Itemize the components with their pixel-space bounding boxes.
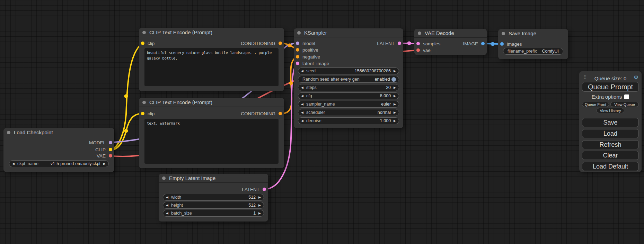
input-slot-clip[interactable]: clip — [141, 110, 155, 117]
negative-prompt-textarea[interactable]: text, watermark — [144, 119, 279, 164]
output-slot-conditioning[interactable]: CONDITIONING — [241, 110, 282, 117]
link-dot[interactable] — [491, 42, 495, 46]
node-header[interactable]: CLIP Text Encode (Prompt) — [139, 28, 284, 37]
collapse-dot-icon[interactable] — [502, 32, 505, 35]
node-save-image[interactable]: Save Image images filename_prefix ComfyU… — [498, 29, 568, 59]
node-header[interactable]: KSampler — [294, 28, 403, 37]
arrow-left-icon[interactable]: ◀ — [301, 103, 303, 106]
node-header[interactable]: Save Image — [498, 29, 568, 38]
slot-dot-vae[interactable] — [109, 154, 112, 157]
collapse-dot-icon[interactable] — [297, 31, 301, 35]
node-clip-text-encode-negative[interactable]: CLIP Text Encode (Prompt) clip CONDITION… — [139, 98, 284, 168]
slot-dot-conditioning[interactable] — [279, 112, 282, 115]
node-header[interactable]: CLIP Text Encode (Prompt) — [139, 98, 284, 107]
output-slot-conditioning[interactable]: CONDITIONING — [241, 40, 282, 46]
output-slot-latent[interactable]: LATENT — [242, 186, 266, 192]
link-dot[interactable] — [124, 94, 128, 98]
view-queue-button[interactable]: View Queue — [610, 102, 639, 107]
node-vae-decode[interactable]: VAE Decode samples vae IMAGE — [414, 29, 487, 55]
ckpt-name-widget[interactable]: ◀ ckpt_name v1-5-pruned-emaonly.ckpt ▶ — [9, 160, 109, 167]
input-slot-clip[interactable]: clip — [141, 40, 155, 46]
arrow-left-icon[interactable]: ◀ — [301, 70, 303, 73]
clear-button[interactable]: Clear — [582, 151, 639, 160]
collapse-dot-icon[interactable] — [418, 31, 421, 35]
view-history-button[interactable]: View History — [597, 108, 624, 113]
extra-options-checkbox[interactable] — [624, 94, 629, 99]
scheduler-widget[interactable]: ◀ scheduler normal ▶ — [298, 109, 399, 116]
refresh-button[interactable]: Refresh — [582, 140, 639, 149]
height-widget[interactable]: ◀ height 512 ▶ — [163, 202, 264, 209]
random-seed-toggle-widget[interactable]: Random seed after every gen enabled — [298, 76, 399, 83]
slot-dot-clip[interactable] — [109, 148, 112, 151]
slot-dot-vae[interactable] — [416, 48, 420, 52]
node-load-checkpoint[interactable]: Load Checkpoint MODEL CLIP VAE ◀ ckpt_na… — [3, 128, 114, 172]
node-clip-text-encode-positive[interactable]: CLIP Text Encode (Prompt) clip CONDITION… — [139, 28, 284, 91]
arrow-right-icon[interactable]: ▶ — [258, 204, 261, 207]
output-slot-clip[interactable]: CLIP — [95, 146, 112, 153]
arrow-right-icon[interactable]: ▶ — [394, 94, 396, 98]
arrow-right-icon[interactable]: ▶ — [103, 162, 106, 165]
arrow-left-icon[interactable]: ◀ — [301, 86, 303, 89]
slot-dot-latent[interactable] — [398, 42, 401, 45]
seed-widget[interactable]: ◀ seed 156680208700286 ▶ — [298, 67, 399, 74]
queue-panel[interactable]: ⠿ Queue size: 0 ⚙ Queue Prompt Extra opt… — [579, 71, 642, 172]
input-slot-positive[interactable]: positive — [296, 47, 318, 53]
arrow-right-icon[interactable]: ▶ — [258, 212, 261, 215]
load-button[interactable]: Load — [582, 129, 639, 138]
node-ksampler[interactable]: KSampler model positive negative latent_… — [294, 28, 403, 128]
arrow-right-icon[interactable]: ▶ — [394, 119, 396, 123]
node-header[interactable]: VAE Decode — [414, 29, 487, 38]
arrow-left-icon[interactable]: ◀ — [301, 111, 303, 114]
batch-size-widget[interactable]: ◀ batch_size 1 ▶ — [163, 210, 264, 217]
steps-widget[interactable]: ◀ steps 20 ▶ — [298, 84, 399, 91]
arrow-left-icon[interactable]: ◀ — [301, 119, 303, 123]
output-slot-vae[interactable]: VAE — [97, 153, 112, 159]
arrow-right-icon[interactable]: ▶ — [394, 86, 396, 89]
slot-dot-model[interactable] — [296, 42, 299, 45]
collapse-dot-icon[interactable] — [142, 101, 146, 104]
slot-dot-clip[interactable] — [141, 42, 144, 45]
width-widget[interactable]: ◀ width 512 ▶ — [163, 194, 264, 201]
output-slot-model[interactable]: MODEL — [89, 139, 112, 146]
arrow-left-icon[interactable]: ◀ — [166, 196, 168, 199]
slot-dot-conditioning[interactable] — [296, 48, 299, 52]
slot-dot-latent[interactable] — [416, 42, 420, 45]
slot-dot-conditioning[interactable] — [279, 42, 282, 45]
arrow-left-icon[interactable]: ◀ — [12, 162, 15, 165]
arrow-right-icon[interactable]: ▶ — [394, 111, 396, 114]
arrow-left-icon[interactable]: ◀ — [166, 204, 168, 207]
slot-dot-model[interactable] — [109, 141, 112, 144]
cfg-widget[interactable]: ◀ cfg 8.000 ▶ — [298, 92, 399, 99]
gear-icon[interactable]: ⚙ — [634, 74, 638, 81]
node-header[interactable]: Empty Latent Image — [159, 174, 268, 183]
input-slot-vae[interactable]: vae — [416, 47, 431, 53]
input-slot-images[interactable]: images — [500, 41, 522, 47]
toggle-enabled-icon[interactable] — [391, 77, 396, 82]
load-default-button[interactable]: Load Default — [582, 162, 639, 171]
output-slot-image[interactable]: IMAGE — [463, 40, 485, 47]
link-dot[interactable] — [407, 42, 411, 45]
slot-dot-image[interactable] — [500, 42, 504, 46]
input-slot-negative[interactable]: negative — [296, 54, 320, 60]
collapse-dot-icon[interactable] — [142, 31, 146, 34]
arrow-right-icon[interactable]: ▶ — [258, 196, 261, 199]
node-empty-latent-image[interactable]: Empty Latent Image LATENT ◀ width 512 ▶ … — [159, 174, 268, 222]
filename-prefix-widget[interactable]: filename_prefix ComfyUI — [503, 48, 563, 55]
collapse-dot-icon[interactable] — [7, 131, 10, 134]
collapse-dot-icon[interactable] — [162, 177, 166, 180]
slot-dot-latent[interactable] — [263, 188, 266, 191]
node-graph-canvas[interactable]: Load Checkpoint MODEL CLIP VAE ◀ ckpt_na… — [0, 0, 644, 244]
arrow-left-icon[interactable]: ◀ — [301, 94, 303, 98]
slot-dot-clip[interactable] — [141, 112, 144, 115]
input-slot-model[interactable]: model — [296, 40, 315, 46]
node-header[interactable]: Load Checkpoint — [3, 128, 114, 137]
slot-dot-conditioning[interactable] — [296, 55, 299, 58]
input-slot-latent-image[interactable]: latent_image — [296, 60, 329, 66]
arrow-right-icon[interactable]: ▶ — [394, 103, 396, 106]
link-dot[interactable] — [288, 44, 292, 47]
queue-prompt-button[interactable]: Queue Prompt — [582, 82, 639, 92]
arrow-right-icon[interactable]: ▶ — [394, 70, 396, 73]
denoise-widget[interactable]: ◀ denoise 1.000 ▶ — [298, 117, 399, 124]
slot-dot-image[interactable] — [481, 42, 485, 45]
slot-dot-latent[interactable] — [296, 62, 299, 65]
